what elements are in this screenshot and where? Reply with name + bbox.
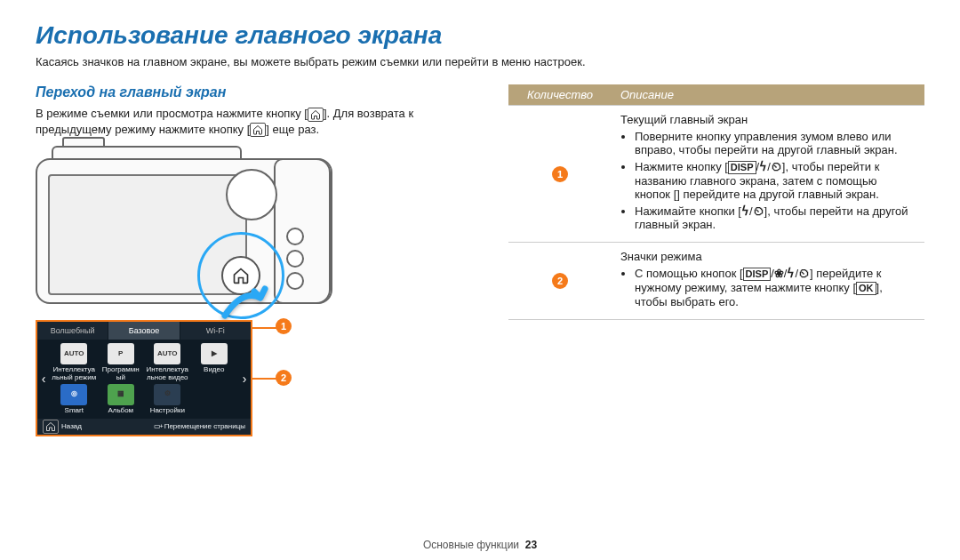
callout-1: 1	[276, 318, 292, 334]
mode-icon: ⚙	[154, 384, 180, 405]
press-arrow-icon	[220, 284, 274, 320]
key-icon: ⏲	[771, 160, 782, 173]
key-icon: ϟ	[741, 204, 749, 218]
mode-item: ◎Smart	[52, 384, 97, 415]
mode-icon: AUTO	[154, 343, 180, 364]
mode-item: AUTOИнтеллектуа льное видео	[145, 343, 190, 382]
callout-2: 2	[276, 370, 292, 386]
key-icon: OK	[856, 282, 876, 295]
key-icon: ϟ	[759, 160, 767, 173]
row-number-badge: 1	[552, 166, 568, 182]
description-table: Количество Описание 1Текущий главный экр…	[508, 84, 924, 320]
row-description: Текущий главный экранПоверните кнопку уп…	[612, 106, 924, 243]
mode-icon: AUTO	[60, 343, 87, 364]
home-icon	[308, 108, 324, 122]
key-icon: ❀	[774, 267, 784, 280]
mode-label: Программн ый	[99, 366, 144, 382]
mode-label: Настройки	[150, 407, 185, 415]
mode-icon: ▶	[201, 343, 228, 364]
chevron-left-icon: ‹	[37, 372, 50, 386]
mode-screen: ВолшебныйБазовоеWi-Fi ‹ AUTOИнтеллектуа …	[36, 320, 252, 436]
mode-label: Видео	[204, 366, 224, 374]
mode-item: ▦Альбом	[99, 384, 144, 415]
mode-label: Интеллектуа льное видео	[145, 366, 190, 382]
chevron-right-icon: ›	[238, 372, 251, 386]
mode-label: Интеллектуа льный режим	[52, 366, 97, 382]
row-number-badge: 2	[552, 273, 568, 289]
camera-illustration	[36, 148, 338, 308]
row-number-cell: 2	[508, 243, 612, 320]
home-icon	[250, 123, 266, 137]
mode-item: ⚙Настройки	[145, 384, 190, 415]
page-footer: Основные функции 23	[0, 539, 960, 551]
key-icon: DISP	[728, 161, 756, 174]
mode-label: Альбом	[108, 407, 133, 415]
mode-icon: ▦	[108, 384, 134, 405]
section-body: В режиме съемки или просмотра нажмите кн…	[36, 106, 480, 137]
row-number-cell: 1	[508, 106, 612, 243]
mode-item: AUTOИнтеллектуа льный режим	[52, 343, 97, 382]
tab-wi-fi: Wi-Fi	[180, 322, 251, 340]
mode-icon: P	[108, 343, 134, 364]
mode-label: Smart	[65, 407, 84, 415]
row-description: Значки режимаС помощью кнопок [DISP/❀/ϟ/…	[612, 243, 924, 320]
zoom-icon: ▭+	[154, 422, 162, 430]
col-description: Описание	[612, 84, 924, 106]
body-pre: В режиме съемки или просмотра нажмите кн…	[36, 107, 308, 120]
mode-item: PПрограммн ый	[99, 343, 144, 382]
mode-item: ▶Видео	[192, 343, 237, 382]
move-page-label: Перемещение страницы	[164, 422, 245, 430]
key-icon: DISP	[743, 268, 772, 281]
key-icon: ϟ	[787, 267, 795, 280]
key-icon: ⏲	[798, 267, 810, 280]
intro-text: Касаясь значков на главном экране, вы мо…	[36, 55, 924, 68]
mode-icon: ◎	[60, 384, 87, 405]
home-icon	[43, 420, 59, 434]
body-post: ] еще раз.	[266, 123, 319, 136]
tab-базовое: Базовое	[108, 322, 180, 340]
col-quantity: Количество	[508, 84, 612, 106]
tab-волшебный: Волшебный	[37, 322, 108, 340]
key-icon: ⏲	[753, 204, 764, 218]
section-subtitle: Переход на главный экран	[36, 84, 480, 100]
back-label: Назад	[61, 422, 82, 430]
page-title: Использование главного экрана	[36, 21, 924, 50]
